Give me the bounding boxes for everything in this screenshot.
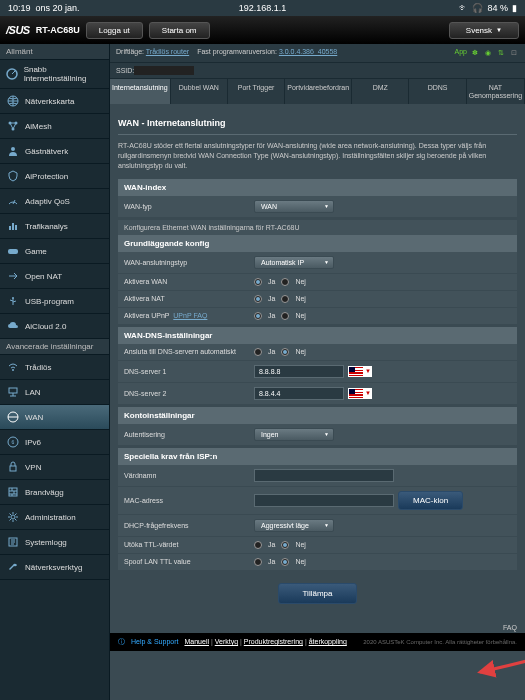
status-icon-1[interactable]: ◉: [483, 48, 493, 58]
sidebar-item-nat[interactable]: Open NAT: [0, 264, 109, 289]
operation-mode-link[interactable]: Trådlös router: [146, 48, 189, 55]
headphones-icon: 🎧: [472, 3, 483, 13]
help-support-link[interactable]: Help & Support: [131, 638, 178, 645]
sidebar-item-wifi[interactable]: Trådlös: [0, 355, 109, 380]
svg-rect-12: [9, 388, 17, 393]
auth-select[interactable]: Ingen: [254, 428, 334, 441]
auth-label: Autentisering: [124, 431, 254, 438]
help-icon: ⓘ: [118, 637, 125, 647]
sidebar-item-admin[interactable]: Administration: [0, 505, 109, 530]
dns1-country[interactable]: [348, 366, 372, 377]
svg-rect-16: [10, 466, 16, 471]
footer-link-3[interactable]: återkoppling: [309, 638, 347, 645]
sidebar-item-guest[interactable]: Gästnätverk: [0, 139, 109, 164]
tab-4[interactable]: DMZ: [352, 79, 409, 104]
status-icon-3[interactable]: ⊡: [509, 48, 519, 58]
sidebar-item-label: IPv6: [25, 438, 41, 447]
dns1-input[interactable]: [254, 365, 344, 378]
dns-auto-radio[interactable]: JaNej: [254, 348, 306, 356]
spoof-radio[interactable]: JaNej: [254, 558, 306, 566]
tab-5[interactable]: DDNS: [409, 79, 466, 104]
dns-auto-label: Ansluta till DNS-servern automatiskt: [124, 348, 254, 355]
tab-1[interactable]: Dubbel WAN: [171, 79, 228, 104]
nat-icon: [6, 269, 20, 283]
settings-icon[interactable]: ✽: [470, 48, 480, 58]
dns2-input[interactable]: [254, 387, 344, 400]
sidebar-item-dashboard[interactable]: Snabb Internetinställning: [0, 60, 109, 89]
hostname-input[interactable]: [254, 469, 394, 482]
vpn-icon: [6, 460, 20, 474]
upnp-faq-link[interactable]: UPnP FAQ: [173, 312, 207, 319]
sidebar-item-label: LAN: [25, 388, 41, 397]
dns2-label: DNS-server 2: [124, 390, 254, 397]
sidebar-item-tools[interactable]: Nätverksverktyg: [0, 555, 109, 580]
sidebar-item-gamepad[interactable]: Game: [0, 239, 109, 264]
reboot-button[interactable]: Starta om: [149, 22, 210, 39]
conn-type-select[interactable]: Automatisk IP: [254, 256, 334, 269]
dns1-label: DNS-server 1: [124, 368, 254, 375]
sidebar-item-label: USB-program: [25, 297, 74, 306]
dhcp-select[interactable]: Aggressivt läge: [254, 519, 334, 532]
sidebar: Allmänt Snabb InternetinställningNätverk…: [0, 44, 110, 700]
wifi-icon: [6, 360, 20, 374]
sidebar-item-log[interactable]: Systemlogg: [0, 530, 109, 555]
enable-upnp-label: Aktivera UPnP UPnP FAQ: [124, 312, 254, 319]
svg-rect-8: [15, 225, 17, 230]
footer-link-1[interactable]: Verktyg: [215, 638, 238, 645]
tab-2[interactable]: Port Trigger: [228, 79, 285, 104]
enable-nat-label: Aktivera NAT: [124, 295, 254, 302]
tab-6[interactable]: NAT Genompassering: [467, 79, 525, 104]
language-select[interactable]: Svensk: [449, 22, 519, 39]
sidebar-item-label: Snabb Internetinställning: [24, 65, 103, 83]
enable-nat-radio[interactable]: JaNej: [254, 295, 306, 303]
status-time: 10:19: [8, 3, 31, 13]
copyright: 2020 ASUSTeK Computer Inc. Alla rättighe…: [363, 639, 517, 645]
page-title: WAN - Internetanslutning: [118, 112, 517, 135]
group-dns: WAN-DNS-inställningar: [118, 327, 517, 344]
firmware-link[interactable]: 3.0.0.4.386_40558: [279, 48, 337, 55]
svg-point-5: [11, 147, 15, 151]
sidebar-item-shield[interactable]: AiProtection: [0, 164, 109, 189]
svg-text:6: 6: [12, 439, 15, 445]
sidebar-item-globe[interactable]: Nätverkskarta: [0, 89, 109, 114]
footer-link-2[interactable]: Produktregistrering: [244, 638, 303, 645]
footer-link-0[interactable]: Manuell: [184, 638, 209, 645]
ssid-bar: SSID:: [110, 63, 525, 79]
logout-button[interactable]: Logga ut: [86, 22, 143, 39]
wan-type-select[interactable]: WAN: [254, 200, 334, 213]
sidebar-item-vpn[interactable]: VPN: [0, 455, 109, 480]
ipv6-icon: 6: [6, 435, 20, 449]
group-isp: Speciella krav från ISP:n: [118, 448, 517, 465]
faq-link[interactable]: FAQ: [503, 624, 517, 631]
apply-button[interactable]: Tillämpa: [278, 583, 358, 604]
mac-input[interactable]: [254, 494, 394, 507]
tab-3[interactable]: Portvidarebefordran: [285, 79, 352, 104]
chart-icon: [6, 219, 20, 233]
status-icon-2[interactable]: ⇅: [496, 48, 506, 58]
ttl-radio[interactable]: JaNej: [254, 541, 306, 549]
cloud-icon: [6, 319, 20, 333]
enable-upnp-radio[interactable]: JaNej: [254, 312, 306, 320]
sidebar-item-label: Adaptiv QoS: [25, 197, 70, 206]
conn-type-label: WAN-anslutningstyp: [124, 259, 254, 266]
admin-icon: [6, 510, 20, 524]
sidebar-item-lan[interactable]: LAN: [0, 380, 109, 405]
mac-clone-button[interactable]: MAC-klon: [398, 491, 463, 510]
hostname-label: Värdnamn: [124, 472, 254, 479]
sidebar-item-ipv6[interactable]: 6IPv6: [0, 430, 109, 455]
sidebar-item-label: Systemlogg: [25, 538, 67, 547]
sidebar-item-mesh[interactable]: AiMesh: [0, 114, 109, 139]
sidebar-item-gauge[interactable]: Adaptiv QoS: [0, 189, 109, 214]
sidebar-item-usb[interactable]: USB-program: [0, 289, 109, 314]
sidebar-item-cloud[interactable]: AiCloud 2.0: [0, 314, 109, 339]
sidebar-item-wan[interactable]: WAN: [0, 405, 109, 430]
dns2-country[interactable]: [348, 388, 372, 399]
tab-0[interactable]: Internetanslutning: [110, 79, 171, 104]
device-status-bar: 10:19 ons 20 jan. 192.168.1.1 ᯤ 🎧 84 % ▮: [0, 0, 525, 16]
sidebar-item-label: AiMesh: [25, 122, 52, 131]
sidebar-item-firewall[interactable]: Brandvägg: [0, 480, 109, 505]
enable-wan-label: Aktivera WAN: [124, 278, 254, 285]
sidebar-item-chart[interactable]: Trafikanalys: [0, 214, 109, 239]
app-link[interactable]: App: [455, 48, 467, 58]
enable-wan-radio[interactable]: JaNej: [254, 278, 306, 286]
